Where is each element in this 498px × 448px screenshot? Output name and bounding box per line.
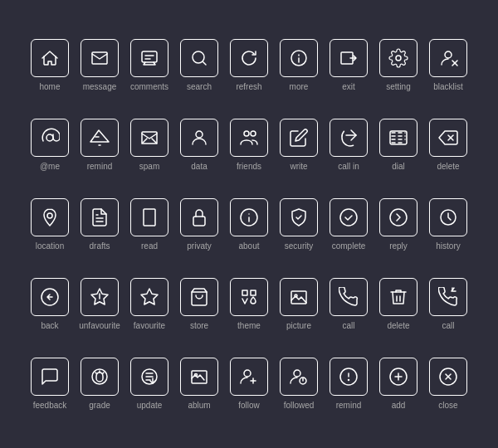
icon-add[interactable]: add <box>374 343 423 423</box>
icon-theme[interactable]: theme <box>224 264 274 343</box>
icon-update[interactable]: update <box>124 343 174 423</box>
icon-friends[interactable]: friends <box>224 105 274 184</box>
icon-privacy[interactable]: privaty <box>174 184 224 264</box>
svg-point-16 <box>196 131 203 138</box>
icon-grade[interactable]: grade <box>75 343 124 423</box>
icon-drafts[interactable]: drafts <box>75 184 124 264</box>
icon-store[interactable]: store <box>174 264 224 343</box>
icon-spam[interactable]: spam <box>124 105 174 184</box>
icon-delete2[interactable]: delete <box>374 264 423 343</box>
svg-point-33 <box>47 213 52 218</box>
icon-remind[interactable]: remind <box>75 105 124 184</box>
icon-history[interactable]: history <box>423 184 473 264</box>
svg-point-6 <box>445 51 452 58</box>
icon-followed[interactable]: followed <box>274 343 324 423</box>
svg-line-15 <box>152 139 157 144</box>
icon-about[interactable]: about <box>224 184 274 264</box>
icon-call2[interactable]: call <box>423 264 473 343</box>
svg-line-14 <box>142 139 147 144</box>
svg-point-17 <box>244 131 249 136</box>
icon-comments[interactable]: comments <box>124 25 174 105</box>
icon-exit[interactable]: exit <box>324 25 374 105</box>
svg-rect-59 <box>192 371 207 383</box>
icon-favourite[interactable]: favourite <box>124 264 174 343</box>
icon-grid: home message comments search refresh mor… <box>17 17 481 431</box>
icon-feedback[interactable]: feedback <box>25 343 75 423</box>
icon-data[interactable]: data <box>174 105 224 184</box>
svg-rect-36 <box>144 209 155 226</box>
icon-message[interactable]: message <box>75 25 124 105</box>
svg-marker-10 <box>90 130 109 142</box>
svg-point-69 <box>349 379 349 380</box>
svg-rect-37 <box>193 217 205 226</box>
icon-picture[interactable]: picture <box>274 264 324 343</box>
icon-home[interactable]: home <box>25 25 75 105</box>
svg-point-64 <box>294 370 300 377</box>
svg-point-61 <box>244 370 251 377</box>
icon-refresh[interactable]: refresh <box>224 25 274 105</box>
icon-unfavourite[interactable]: unfavourite <box>75 264 124 343</box>
icon-dial[interactable]: dial <box>374 105 423 184</box>
icon-blacklist[interactable]: blacklist <box>423 25 473 105</box>
svg-point-9 <box>46 134 53 141</box>
icon-follow[interactable]: follow <box>224 343 274 423</box>
icon-location[interactable]: location <box>25 184 75 264</box>
svg-point-42 <box>390 209 407 226</box>
icon-remind2[interactable]: remind <box>324 343 374 423</box>
icon-back[interactable]: back <box>25 264 75 343</box>
icon-reply[interactable]: reply <box>374 184 423 264</box>
icon-at-me[interactable]: @me <box>25 105 75 184</box>
svg-point-18 <box>251 131 256 136</box>
icon-close[interactable]: close <box>423 343 473 423</box>
icon-more[interactable]: more <box>274 25 324 105</box>
icon-read[interactable]: read <box>124 184 174 264</box>
svg-point-41 <box>340 209 357 226</box>
icon-write[interactable]: write <box>274 105 324 184</box>
icon-delete[interactable]: delete <box>423 105 473 184</box>
svg-rect-1 <box>142 51 157 62</box>
icon-setting[interactable]: setting <box>374 25 423 105</box>
svg-point-5 <box>396 56 401 61</box>
svg-marker-47 <box>141 289 158 304</box>
icon-ablum[interactable]: ablum <box>174 343 224 423</box>
icon-complete[interactable]: complete <box>324 184 374 264</box>
icon-call[interactable]: call <box>324 264 374 343</box>
svg-rect-0 <box>92 52 107 64</box>
icon-security[interactable]: security <box>274 184 324 264</box>
icon-call-in[interactable]: call in <box>324 105 374 184</box>
icon-search[interactable]: search <box>174 25 224 105</box>
